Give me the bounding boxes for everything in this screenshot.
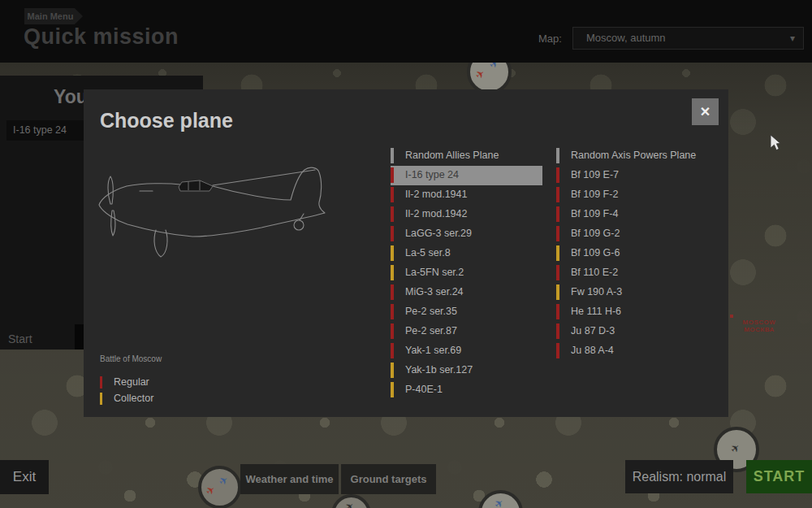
mouse-cursor (770, 134, 783, 152)
plane-type-indicator (556, 304, 559, 319)
map-select-dropdown[interactable]: Moscow, autumn ▾ (572, 27, 804, 50)
plane-list-item[interactable]: Fw 190 A-3 (556, 283, 708, 302)
plane-list-item[interactable]: Random Allies Plane (391, 146, 542, 166)
plane-type-indicator (556, 245, 559, 261)
plane-label: Ju 88 A-4 (571, 341, 614, 360)
dogfight-marker[interactable]: ✈ ✈ (198, 466, 241, 508)
panel-title: You (54, 86, 88, 108)
collector-color-bar (100, 393, 102, 405)
plane-label: Pe-2 ser.87 (405, 322, 457, 341)
plane-label: La-5 ser.8 (405, 244, 451, 263)
plane-list-item[interactable]: LaGG-3 ser.29 (391, 224, 542, 244)
page-title: Quick mission (24, 24, 179, 50)
blue-plane-icon: ✈ (217, 474, 230, 488)
plane-label: Bf 109 F-4 (571, 205, 618, 224)
plane-type-indicator (391, 304, 394, 319)
plane-list-item[interactable]: Bf 109 F-4 (556, 205, 708, 224)
plane-type-indicator (556, 323, 559, 339)
plane-label: Yak-1b ser.127 (405, 361, 473, 380)
plane-label: Random Allies Plane (405, 146, 499, 165)
map-city-dot (730, 315, 733, 318)
plane-label: Pe-2 ser.35 (405, 302, 457, 321)
map-select-label: Map: (538, 33, 562, 45)
dialog-title: Choose plane (100, 109, 233, 132)
regular-color-bar (100, 376, 102, 389)
plane-list-item[interactable]: Bf 109 G-6 (556, 244, 708, 263)
plane-label: Bf 109 F-2 (571, 185, 618, 204)
plane-type-indicator (556, 187, 559, 202)
quick-mission-screen: MOSCOW МОСКВА ✈ ✈ ✈ ✈ ✈ ✈ ✈ You I-16 typ… (0, 0, 812, 508)
plane-type-indicator (556, 284, 559, 300)
legend-label: Collector (114, 392, 153, 406)
plane-label: Fw 190 A-3 (571, 283, 622, 302)
red-plane-icon: ✈ (473, 67, 486, 81)
plane-list-item[interactable]: Bf 109 F-2 (556, 185, 708, 205)
plane-label: Ju 87 D-3 (571, 322, 615, 341)
plane-label: MiG-3 ser.24 (405, 283, 464, 302)
plane-label: Yak-1 ser.69 (405, 341, 461, 360)
realism-button[interactable]: Realism: normal (625, 460, 733, 493)
legend-label: Regular (114, 376, 149, 389)
start-mission-button[interactable]: START (746, 460, 812, 493)
plane-list-item[interactable]: Bf 109 G-2 (556, 224, 708, 244)
map-city-ru: МОСКВА (731, 326, 788, 333)
chevron-down-icon: ▾ (790, 28, 795, 49)
plane-silhouette (91, 149, 351, 258)
map-city-label: MOSCOW МОСКВА (731, 319, 788, 333)
plane-list-item[interactable]: Il-2 mod.1942 (391, 205, 542, 224)
close-button[interactable]: ✕ (692, 98, 719, 125)
plane-list-item[interactable]: Pe-2 ser.87 (391, 322, 542, 341)
plane-type-indicator (556, 226, 559, 241)
plane-list-item[interactable]: I-16 type 24 (391, 166, 542, 185)
plane-type-indicator (556, 148, 559, 163)
plane-label: Random Axis Powers Plane (571, 146, 696, 165)
plane-type-indicator (391, 245, 394, 261)
plane-label: He 111 H-6 (571, 302, 621, 321)
plane-type-indicator (391, 363, 394, 378)
weather-and-time-button[interactable]: Weather and time (240, 464, 339, 494)
plane-type-indicator (391, 265, 394, 280)
close-icon: ✕ (700, 105, 710, 119)
plane-label: La-5FN ser.2 (405, 263, 464, 282)
plane-label: Bf 109 G-6 (571, 244, 620, 263)
map-select-value: Moscow, autumn (586, 32, 666, 44)
plane-list-item[interactable]: Random Axis Powers Plane (556, 146, 708, 166)
plane-type-indicator (391, 382, 394, 397)
plane-type-indicator (556, 265, 559, 280)
plane-type-indicator (391, 343, 394, 358)
red-plane-icon: ✈ (204, 484, 217, 497)
plane-list-item[interactable]: Yak-1 ser.69 (391, 341, 542, 361)
allies-plane-list: Random Allies PlaneI-16 type 24Il-2 mod.… (391, 146, 545, 400)
plane-type-indicator (391, 284, 394, 300)
dark-plane-icon: ✈ (728, 441, 742, 455)
plane-label: Il-2 mod.1942 (405, 205, 467, 224)
exit-button[interactable]: Exit (0, 460, 49, 494)
plane-list-item[interactable]: Ju 88 A-4 (556, 341, 708, 361)
plane-type-indicator (391, 187, 394, 202)
top-header: Main Menu Quick mission Map: Moscow, aut… (0, 0, 812, 63)
plane-list-item[interactable]: Bf 109 E-7 (556, 166, 708, 185)
start-airfield-label: Start (8, 332, 32, 345)
plane-label: LaGG-3 ser.29 (405, 224, 472, 243)
plane-list-item[interactable]: Ju 87 D-3 (556, 322, 708, 341)
main-menu-button[interactable]: Main Menu (24, 8, 83, 24)
axis-plane-list: Random Axis Powers PlaneBf 109 E-7Bf 109… (556, 146, 710, 361)
blue-plane-icon: ✈ (492, 497, 506, 508)
plane-list-item[interactable]: MiG-3 ser.24 (391, 283, 542, 302)
plane-type-indicator (391, 206, 394, 222)
plane-list-item[interactable]: Yak-1b ser.127 (391, 361, 542, 380)
plane-list-item[interactable]: He 111 H-6 (556, 302, 708, 322)
choose-plane-dialog: Choose plane ✕ Battle of Moscow (84, 89, 728, 417)
plane-label: Bf 109 E-7 (571, 166, 619, 185)
ground-targets-button[interactable]: Ground targets (341, 464, 436, 494)
plane-type-indicator (391, 167, 394, 183)
plane-list-item[interactable]: La-5FN ser.2 (391, 263, 542, 283)
plane-list-item[interactable]: Il-2 mod.1941 (391, 185, 542, 205)
plane-list-item[interactable]: La-5 ser.8 (391, 244, 542, 263)
dark-plane-icon: ✈ (343, 500, 356, 508)
plane-list-item[interactable]: Bf 110 E-2 (556, 263, 708, 283)
plane-type-indicator (556, 206, 559, 222)
plane-list-item[interactable]: P-40E-1 (391, 380, 542, 400)
map-city-en: MOSCOW (731, 319, 788, 326)
plane-list-item[interactable]: Pe-2 ser.35 (391, 302, 542, 322)
